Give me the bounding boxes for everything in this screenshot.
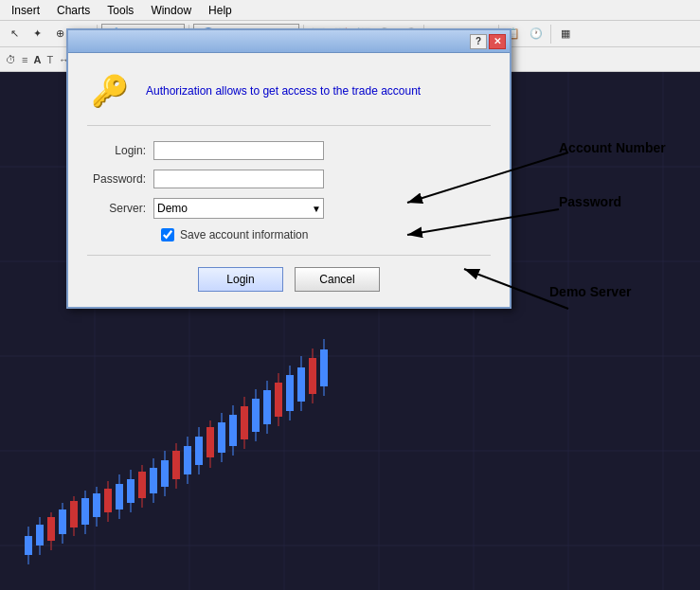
svg-rect-52 <box>241 406 248 439</box>
menu-window[interactable]: Window <box>143 2 199 19</box>
svg-rect-38 <box>161 460 169 487</box>
svg-rect-64 <box>309 358 316 394</box>
save-checkbox[interactable] <box>161 228 174 241</box>
svg-rect-28 <box>104 489 112 512</box>
svg-rect-24 <box>81 498 89 525</box>
save-checkbox-label: Save account information <box>180 228 308 241</box>
login-input[interactable] <box>153 141 324 160</box>
help-button[interactable]: ? <box>470 34 487 49</box>
svg-rect-22 <box>70 501 78 527</box>
password-label: Password: <box>87 172 153 186</box>
svg-rect-16 <box>36 525 44 545</box>
password-row: Password: <box>87 170 491 188</box>
server-select[interactable]: Demo Real Demo-2 <box>153 198 324 219</box>
server-row: Server: Demo Real Demo-2 ▼ <box>87 198 491 219</box>
login-label: Login: <box>87 144 153 157</box>
keys-icon: 🔑 <box>87 68 133 114</box>
login-button[interactable]: Login <box>198 267 283 292</box>
dialog-separator <box>87 255 491 256</box>
sep6 <box>550 25 551 44</box>
svg-rect-32 <box>127 479 135 503</box>
svg-rect-42 <box>184 446 191 474</box>
line-icon: ≡ <box>22 54 27 65</box>
svg-rect-50 <box>229 415 237 446</box>
cancel-button[interactable]: Cancel <box>295 267 380 292</box>
svg-rect-60 <box>286 375 294 411</box>
pointer-tool-btn[interactable]: ✦ <box>27 24 47 45</box>
dialog-description: Authorization allows to get access to th… <box>146 84 421 98</box>
period-icon: ⏱ <box>6 54 16 65</box>
svg-rect-58 <box>275 383 282 417</box>
svg-rect-56 <box>263 390 271 424</box>
dialog-header: 🔑 Authorization allows to get access to … <box>87 68 491 126</box>
menu-tools[interactable]: Tools <box>99 2 141 19</box>
login-row: Login: <box>87 141 491 160</box>
dialog-titlebar: ? ✕ <box>68 30 510 53</box>
svg-rect-26 <box>93 493 100 517</box>
svg-rect-62 <box>297 367 305 402</box>
dialog-content: 🔑 Authorization allows to get access to … <box>68 53 510 307</box>
arrow-tool-btn[interactable]: ↖ <box>4 24 25 45</box>
svg-rect-46 <box>206 427 214 457</box>
server-label: Server: <box>87 202 153 215</box>
svg-rect-54 <box>252 399 260 432</box>
svg-rect-40 <box>172 451 180 479</box>
svg-rect-18 <box>47 517 55 541</box>
a-icon: A <box>33 54 41 65</box>
text-icon: T <box>46 54 53 65</box>
login-dialog: ? ✕ 🔑 Authorization allows to get access… <box>66 28 512 309</box>
menubar: Insert Charts Tools Window Help <box>0 0 700 21</box>
clock-btn[interactable]: 🕐 <box>526 24 547 45</box>
svg-rect-66 <box>320 349 328 386</box>
server-select-wrapper: Demo Real Demo-2 ▼ <box>153 198 324 219</box>
menu-charts[interactable]: Charts <box>49 2 98 19</box>
menu-help[interactable]: Help <box>201 2 240 19</box>
svg-rect-36 <box>150 468 157 493</box>
svg-rect-34 <box>138 472 146 498</box>
grid-btn[interactable]: ▦ <box>555 24 576 45</box>
svg-rect-14 <box>25 536 32 555</box>
close-button[interactable]: ✕ <box>489 34 506 49</box>
svg-rect-30 <box>116 484 123 510</box>
save-checkbox-row: Save account information <box>161 228 491 241</box>
svg-rect-20 <box>59 510 66 534</box>
svg-rect-48 <box>218 422 225 453</box>
dialog-buttons: Login Cancel <box>87 267 491 295</box>
svg-rect-44 <box>195 437 203 465</box>
password-input[interactable] <box>153 170 324 188</box>
menu-insert[interactable]: Insert <box>4 2 47 19</box>
